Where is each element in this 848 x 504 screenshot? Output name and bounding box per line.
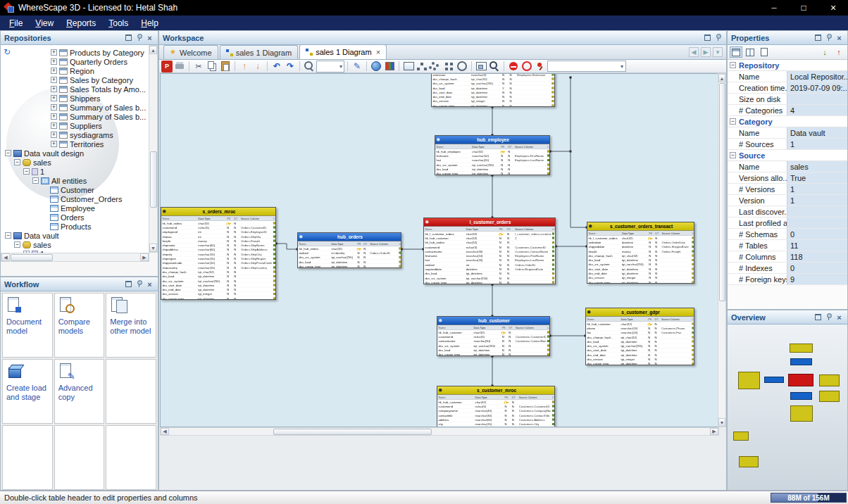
scroll-left-icon[interactable]: ◀	[1, 253, 10, 261]
workflow-item-document-model[interactable]: Document model	[2, 293, 53, 358]
expand-icon[interactable]: +	[51, 104, 57, 111]
expand-icon[interactable]: +	[51, 122, 57, 129]
tree-vertical-scrollbar[interactable]: ▲ ▼	[149, 45, 158, 253]
table-row-dss-create-time[interactable]: dss_create_timetgt_datetimeNN	[435, 171, 550, 175]
tab-welcome-0[interactable]: Welcome	[163, 45, 218, 59]
property-row-size-on-disk[interactable]: Size on disk	[728, 94, 847, 105]
table-row-orderid[interactable]: orderidint identityNNOrders.OrderID	[298, 251, 401, 255]
menu-item-tools[interactable]: Tools	[102, 17, 135, 30]
tree-item-quarterly-orders[interactable]: +Quarterly Orders	[1, 57, 149, 66]
close-panel-icon[interactable]	[145, 279, 154, 289]
expand-icon[interactable]: +	[51, 132, 57, 138]
property-row-categories[interactable]: # Categories4	[728, 105, 847, 116]
tree-item-orders[interactable]: Orders	[1, 213, 149, 222]
close-panel-icon[interactable]	[835, 313, 844, 322]
workflow-item-merge-into-other-model[interactable]: Merge into other model	[106, 293, 156, 358]
property-row-name[interactable]: NameData vault	[728, 127, 847, 139]
table-row-shipregion[interactable]: shipregionnvarchar(15)NNOrders.ShipRegio…	[161, 256, 276, 260]
workflow-item-compare-models[interactable]: Compare models	[54, 293, 105, 358]
float-panel-icon[interactable]	[124, 279, 133, 289]
property-row-creation-time[interactable]: Creation time...2019-07-09 09:...	[728, 82, 847, 94]
table-row-fax[interactable]: faxnvarchar(24)NNCustomers.Fax	[586, 331, 694, 335]
refresh-icon[interactable]: ↻	[4, 47, 11, 57]
property-row-name[interactable]: Namesales	[728, 161, 847, 172]
close-button[interactable]	[818, 0, 848, 15]
redo-icon[interactable]	[284, 61, 297, 73]
table-row-shipcity[interactable]: shipcitynvarchar(15)NNOrders.ShipCity	[161, 252, 276, 256]
scroll-up-icon[interactable]: ▲	[149, 46, 157, 54]
table-row-orderdate[interactable]: orderdatedatetimeNNOrders.OrderDate	[587, 240, 694, 244]
tree-item-summary-of-sales-b[interactable]: +Summary of Sales b...	[1, 103, 149, 112]
expand-icon[interactable]: +	[51, 86, 57, 92]
tree-hscroll-thumb[interactable]	[11, 254, 53, 261]
view-page-icon[interactable]	[758, 46, 771, 58]
tree-item-all-entities[interactable]: −All entities	[1, 176, 149, 185]
property-row-schemas[interactable]: # Schemas0	[728, 229, 847, 240]
pin-panel-icon[interactable]	[824, 313, 833, 322]
float-panel-icon[interactable]	[703, 33, 712, 42]
table-header[interactable]: s_customer_gdpr	[586, 308, 694, 317]
table-row-orderid[interactable]: orderidintNNOrders.OrderID	[424, 263, 556, 267]
pdf-export-icon[interactable]	[161, 61, 173, 73]
tree-item-sales[interactable]: −sales	[1, 158, 149, 167]
find-icon[interactable]	[488, 61, 501, 73]
property-row-last-discover[interactable]: Last discover...	[728, 206, 847, 218]
relationship-edge-0[interactable]	[276, 244, 297, 249]
collapse-icon[interactable]: −	[14, 241, 20, 248]
tree-item-data-vault-design[interactable]: −Data vault design	[1, 149, 149, 158]
collapse-icon[interactable]: −	[23, 168, 30, 175]
entity-table-s-orders-mroc[interactable]: s_orders_mrocNameData TypePKDTSource Col…	[161, 207, 276, 300]
table-row-contactname[interactable]: contactnamenvarchar(30)NNCustomers.Conta…	[424, 249, 556, 253]
table-row-shipaddress[interactable]: shipaddressnvarchar(60)NNOrders.ShipAddr…	[161, 248, 276, 252]
diagram-canvas[interactable]: s_employee_mrocNameData TypePKDTSource C…	[160, 73, 719, 427]
property-group-category[interactable]: −Category	[728, 116, 847, 127]
collapse-icon[interactable]: −	[14, 159, 20, 165]
table-row-contactname[interactable]: contactnamenvarchar(30)NNCustomers.Conta…	[437, 339, 550, 344]
property-row-tables[interactable]: # Tables11	[728, 240, 847, 251]
table-row-last[interactable]: lastnvarchar(20)NNEmployees.LastName	[424, 258, 556, 263]
pin-panel-icon[interactable]	[713, 33, 723, 42]
float-panel-icon[interactable]	[813, 33, 823, 42]
collapse-group-icon[interactable]: −	[730, 118, 736, 125]
table-row-customerid[interactable]: customeridnchar(5)NNCustomers.CustomerID	[437, 404, 555, 408]
property-group-repository[interactable]: −Repository	[728, 60, 847, 71]
property-row-name[interactable]: NameLocal Repositor...	[728, 71, 847, 82]
tree-item-products[interactable]: Products	[1, 222, 149, 231]
table-row-contacttitle[interactable]: contacttitlenvarchar(30)NNCustomers.Cont…	[437, 413, 555, 417]
entity-table-hub-employee[interactable]: hub_employeeNameData TypePKDTSource Colu…	[435, 135, 550, 175]
table-row-employeeid[interactable]: employeeidintNNOrders.EmployeeID	[161, 230, 276, 234]
maximize-button[interactable]	[789, 0, 818, 15]
menu-item-reports[interactable]: Reports	[60, 17, 102, 30]
menu-item-view[interactable]: View	[29, 17, 60, 30]
table-row-dss-create-time[interactable]: dss_create_timetgt_datetimeNN	[161, 296, 276, 300]
table-row-companyname[interactable]: companynamenvarchar(40)NNCustomers.Compa…	[437, 409, 555, 413]
tree-vscroll-thumb[interactable]	[150, 151, 157, 208]
table-header[interactable]: l_customer_orders	[424, 218, 556, 227]
canvas-vscroll-thumb[interactable]	[719, 83, 725, 301]
line-style-icon[interactable]	[351, 61, 363, 73]
property-row-last-profiled-at[interactable]: Last profiled at	[728, 218, 847, 229]
table-header[interactable]: s_orders_mroc	[161, 208, 276, 216]
table-row-shipvia[interactable]: shipviaintNNOrders.ShipVia	[161, 234, 276, 239]
undo-icon[interactable]	[270, 61, 283, 73]
pin-icon[interactable]	[534, 61, 547, 73]
expand-icon[interactable]: +	[51, 49, 57, 56]
table-row-freight[interactable]: freightmoneyNNOrders.Freight	[161, 239, 276, 243]
view-columns-icon[interactable]	[744, 46, 756, 58]
property-row-version[interactable]: Version1	[728, 195, 847, 206]
copy-icon[interactable]	[206, 61, 218, 73]
color-picker-icon[interactable]	[383, 61, 396, 73]
entity-table-s-customer-orders-transact[interactable]: s_customer_orders_transactNameData TypeP…	[587, 222, 694, 284]
table-row-shippostalcode[interactable]: shippostalcodenvarchar(10)NNOrders.ShipP…	[161, 261, 276, 265]
collapse-group-icon[interactable]: −	[730, 152, 736, 158]
expand-icon[interactable]: +	[51, 95, 57, 101]
entity-table-s-customer-gdpr[interactable]: s_customer_gdprNameData TypePKDTSource C…	[585, 308, 694, 365]
zoom-out-icon[interactable]	[303, 61, 316, 73]
property-row-columns[interactable]: # Columns118	[728, 251, 847, 263]
table-row-phone[interactable]: phonenvarchar(24)NNCustomers.Phone	[586, 326, 694, 330]
table-header[interactable]: hub_customer	[437, 317, 550, 325]
sort-asc-icon[interactable]	[818, 46, 831, 58]
layout-hierarchic-icon[interactable]	[416, 61, 428, 73]
layout-orthogonal-icon[interactable]	[442, 61, 455, 73]
canvas-horizontal-scrollbar[interactable]: ◀ ▶	[160, 427, 719, 436]
